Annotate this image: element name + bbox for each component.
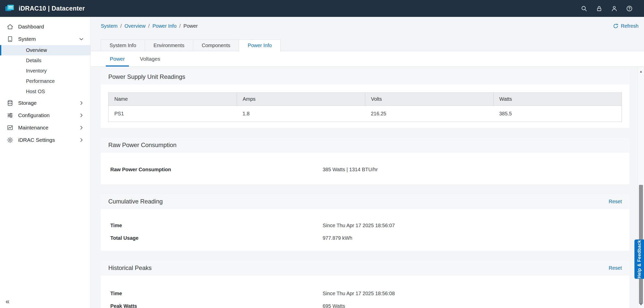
section-body: Time Since Thu Apr 17 2025 18:56:08 Peak… [101, 276, 629, 308]
sub-tabs: Power Voltages [91, 51, 644, 67]
breadcrumb-separator: / [179, 23, 181, 29]
sidebar-item-label: Storage [18, 100, 78, 106]
column-header-volts: Volts [365, 93, 494, 106]
help-feedback-label: Help & Feedback [637, 240, 642, 279]
psu-readings-table: Name Amps Volts Watts PS1 1.8 216.25 [108, 92, 622, 122]
sidebar-item-label: Dashboard [18, 24, 84, 30]
breadcrumb-row: System / Overview / Power Info / Power R… [91, 17, 644, 35]
breadcrumb: System / Overview / Power Info / Power [101, 23, 198, 29]
column-header-amps: Amps [237, 93, 365, 106]
top-header: iDRAC10 | Datacenter [0, 0, 644, 17]
column-header-watts: Watts [493, 93, 622, 106]
historical-peaks-section: Historical Peaks Reset Time Since Thu Ap… [101, 260, 629, 308]
scrollbar-down-arrow[interactable]: ▼ [638, 302, 644, 307]
section-body: Name Amps Volts Watts PS1 1.8 216.25 [101, 84, 629, 128]
sidebar-subitem-label: Inventory [26, 68, 47, 74]
idrac-logo-icon [5, 4, 15, 14]
sidebar-item-performance[interactable]: Performance [0, 76, 90, 86]
refresh-button[interactable]: Refresh [613, 23, 638, 29]
sidebar-item-details[interactable]: Details [0, 55, 90, 66]
section-title: Power Supply Unit Readings [108, 73, 185, 80]
reset-button[interactable]: Reset [609, 265, 622, 271]
sidebar-item-dashboard[interactable]: Dashboard [0, 20, 90, 33]
help-icon[interactable] [626, 5, 633, 12]
system-icon [7, 36, 14, 43]
field-value: 695 Watts [323, 303, 345, 308]
cell-watts: 385.5 [493, 106, 622, 122]
field-value: 977.879 kWh [323, 235, 352, 241]
section-header: Cumulative Reading Reset [101, 194, 629, 209]
sidebar-item-storage[interactable]: Storage [0, 97, 90, 109]
breadcrumb-link-overview[interactable]: Overview [124, 23, 145, 29]
cumulative-reading-section: Cumulative Reading Reset Time Since Thu … [101, 194, 629, 251]
field-row: Time Since Thu Apr 17 2025 18:56:07 [101, 219, 629, 232]
breadcrumb-link-power-info[interactable]: Power Info [152, 23, 177, 29]
help-feedback-tab[interactable]: Help & Feedback [634, 239, 644, 279]
breadcrumb-separator: / [120, 23, 122, 29]
sliders-icon [7, 112, 14, 119]
cell-amps: 1.8 [237, 106, 365, 122]
field-row: Raw Power Consumption 385 Watts | 1314 B… [101, 163, 629, 176]
sidebar-item-overview[interactable]: Overview [0, 45, 90, 55]
chevron-right-icon [78, 125, 84, 131]
subtab-voltages[interactable]: Voltages [132, 51, 168, 66]
sidebar-item-maintenance[interactable]: Maintenance [0, 121, 90, 134]
sidebar-collapse-button[interactable]: « [6, 298, 10, 305]
sidebar-item-label: System [18, 36, 78, 42]
cell-volts: 216.25 [365, 106, 494, 122]
tab-components[interactable]: Components [193, 40, 239, 51]
sidebar-item-inventory[interactable]: Inventory [0, 66, 90, 76]
section-title: Raw Power Consumption [108, 142, 177, 149]
sidebar-nav: Dashboard System Overview Details Invent… [0, 20, 90, 146]
tab-power-info[interactable]: Power Info [239, 40, 281, 51]
chevron-right-icon [78, 112, 84, 118]
breadcrumb-current: Power [183, 23, 198, 29]
section-body: Raw Power Consumption 385 Watts | 1314 B… [101, 153, 629, 184]
lock-icon[interactable] [596, 5, 603, 12]
maintenance-icon [7, 124, 14, 131]
breadcrumb-link-system[interactable]: System [101, 23, 118, 29]
sidebar-item-label: Maintenance [18, 125, 78, 131]
user-icon[interactable] [611, 5, 618, 12]
search-icon[interactable] [581, 5, 588, 12]
section-title: Cumulative Reading [108, 198, 163, 205]
raw-power-section: Raw Power Consumption Raw Power Consumpt… [101, 138, 629, 184]
sidebar-subitem-label: Performance [26, 78, 55, 84]
section-header: Raw Power Consumption [101, 138, 629, 153]
main-tabs: System Info Environments Components Powe… [91, 40, 644, 51]
section-header: Historical Peaks Reset [101, 260, 629, 276]
field-value: 385 Watts | 1314 BTU/hr [323, 167, 378, 173]
brand: iDRAC10 | Datacenter [5, 4, 85, 14]
field-row: Total Usage 977.879 kWh [101, 232, 629, 244]
refresh-label: Refresh [621, 23, 638, 29]
chevron-right-icon [78, 100, 84, 106]
gear-icon [7, 136, 14, 144]
sidebar-item-host-os[interactable]: Host OS [0, 86, 90, 97]
power-content: Power Supply Unit Readings Name Amps Vol… [91, 67, 644, 308]
main-content: System / Overview / Power Info / Power R… [91, 17, 644, 308]
scrollbar-up-arrow[interactable]: ▲ [638, 69, 644, 74]
sidebar-item-idrac-settings[interactable]: iDRAC Settings [0, 134, 90, 146]
subtab-power[interactable]: Power [102, 51, 132, 66]
field-value: Since Thu Apr 17 2025 18:56:08 [323, 291, 395, 296]
field-label: Time [110, 291, 323, 296]
tab-environments[interactable]: Environments [145, 40, 193, 51]
chevron-right-icon [78, 137, 84, 143]
sidebar-item-system[interactable]: System [0, 33, 90, 45]
chevron-down-icon [78, 36, 84, 42]
sidebar-item-configuration[interactable]: Configuration [0, 109, 90, 121]
field-row: Peak Watts 695 Watts [101, 300, 629, 308]
tab-system-info[interactable]: System Info [101, 40, 145, 51]
reset-button[interactable]: Reset [609, 199, 622, 204]
sidebar: Dashboard System Overview Details Invent… [0, 17, 91, 308]
field-label: Raw Power Consumption [110, 167, 323, 173]
sidebar-item-label: iDRAC Settings [18, 137, 78, 143]
storage-icon [7, 99, 14, 107]
section-body: Time Since Thu Apr 17 2025 18:56:07 Tota… [101, 209, 629, 251]
field-label: Total Usage [110, 235, 323, 241]
field-label: Time [110, 223, 323, 228]
field-label: Peak Watts [110, 303, 323, 308]
sidebar-subitem-label: Overview [26, 47, 47, 53]
field-row: Time Since Thu Apr 17 2025 18:56:08 [101, 287, 629, 300]
refresh-icon [613, 23, 619, 29]
